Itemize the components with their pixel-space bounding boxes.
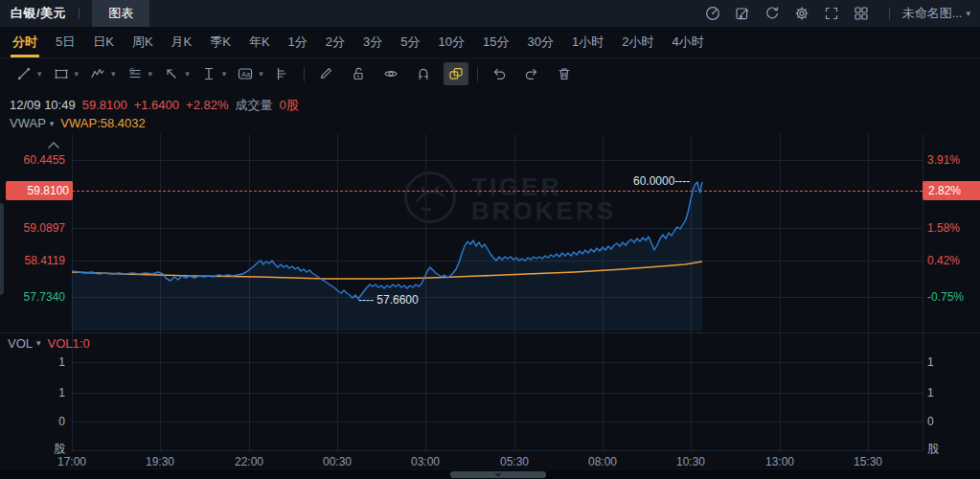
undo-button[interactable] bbox=[487, 62, 512, 85]
magnet-icon[interactable] bbox=[411, 62, 436, 85]
timeframe-季K[interactable]: 季K bbox=[210, 27, 231, 57]
trend-line-tool[interactable] bbox=[11, 62, 36, 85]
vol-label[interactable]: VOL bbox=[8, 336, 33, 351]
timeframe-年K[interactable]: 年K bbox=[249, 27, 270, 57]
time-axis-label: 17:00 bbox=[57, 455, 86, 468]
grid-line-horizontal bbox=[72, 297, 923, 298]
timeframe-日K[interactable]: 日K bbox=[93, 27, 114, 57]
measure-tool[interactable] bbox=[196, 62, 221, 85]
fullscreen-icon[interactable] bbox=[817, 0, 847, 27]
svg-text:Aa: Aa bbox=[241, 70, 251, 79]
grid-line-horizontal bbox=[72, 450, 923, 451]
redo-button[interactable] bbox=[519, 62, 544, 85]
horizontal-scrollbar-track[interactable] bbox=[0, 470, 980, 479]
chevron-down-icon[interactable]: ▾ bbox=[148, 69, 153, 79]
timeframe-15分[interactable]: 15分 bbox=[483, 27, 509, 57]
timeframe-1小时[interactable]: 1小时 bbox=[572, 27, 604, 57]
time-axis-label: 10:30 bbox=[676, 455, 705, 468]
quote-change: +1.6400 bbox=[134, 98, 179, 112]
timeframe-分时[interactable]: 分时 bbox=[12, 27, 37, 57]
gann-lines-tool[interactable]: G bbox=[123, 62, 148, 85]
stats-tool[interactable] bbox=[270, 62, 295, 85]
divider bbox=[79, 8, 80, 19]
side-drawer-handle[interactable] bbox=[0, 203, 4, 295]
price-axis-label: 58.4119 bbox=[0, 254, 65, 267]
volume-axis-label: 1 bbox=[927, 355, 934, 369]
percent-axis-label: -0.75% bbox=[927, 290, 964, 304]
trash-button[interactable] bbox=[552, 62, 577, 85]
svg-text:G: G bbox=[129, 67, 134, 74]
quote-change-pct: +2.82% bbox=[186, 98, 228, 112]
grid-line-vertical bbox=[249, 134, 250, 450]
volume-unit-label: 股 bbox=[927, 442, 939, 455]
chevron-down-icon[interactable]: ▾ bbox=[259, 69, 263, 79]
percent-axis-label: 3.91% bbox=[927, 153, 960, 167]
draw-icon[interactable] bbox=[728, 0, 758, 27]
volume-unit-label: 股 bbox=[0, 442, 65, 455]
chevron-down-icon[interactable]: ▾ bbox=[185, 69, 190, 79]
percent-axis-label: 1.58% bbox=[927, 221, 960, 235]
timeframe-1分[interactable]: 1分 bbox=[288, 27, 308, 57]
drawing-toolbar: ▾ ▾ ▾ G ▾ ▾ ▾ Aa ▾ bbox=[0, 59, 980, 88]
layout-grid-icon[interactable] bbox=[847, 0, 877, 27]
grid-line-horizontal bbox=[72, 261, 923, 262]
tiger-logo-icon bbox=[402, 170, 458, 229]
symbol-title: 白银/美元 bbox=[11, 5, 66, 22]
refresh-icon[interactable] bbox=[758, 0, 787, 27]
eye-icon[interactable] bbox=[378, 62, 403, 85]
timeframe-4小时[interactable]: 4小时 bbox=[672, 27, 703, 57]
arrow-tool[interactable] bbox=[159, 62, 184, 85]
top-bar: 白银/美元 图表 未命名图... ▾ bbox=[0, 0, 980, 27]
timeframe-10分[interactable]: 10分 bbox=[439, 27, 465, 57]
grid-line-vertical bbox=[780, 134, 781, 450]
timeframe-bar: 分时5日日K周K月K季K年K1分2分3分5分10分15分30分1小时2小时4小时 bbox=[0, 27, 980, 58]
timeframe-5分[interactable]: 5分 bbox=[400, 27, 420, 57]
vwap-value: VWAP:58.4032 bbox=[60, 116, 145, 130]
current-price-badge: 59.8100 bbox=[6, 181, 73, 200]
quote-datetime: 12/09 10:49 bbox=[10, 98, 76, 112]
quote-line: 12/09 10:49 59.8100 +1.6400 +2.82% 成交量 0… bbox=[10, 97, 299, 113]
gauge-icon[interactable] bbox=[698, 0, 728, 27]
unlock-icon[interactable] bbox=[346, 62, 371, 85]
volume-axis-label: 0 bbox=[927, 415, 934, 428]
timeframe-3分[interactable]: 3分 bbox=[363, 27, 382, 57]
vol-value: VOL1:0 bbox=[48, 336, 90, 351]
timeframe-周K[interactable]: 周K bbox=[132, 27, 153, 57]
chevron-down-icon[interactable]: ▾ bbox=[111, 69, 116, 79]
text-tool[interactable]: Aa bbox=[233, 62, 258, 85]
pencil-tool[interactable] bbox=[313, 62, 338, 85]
link-drawings-toggle[interactable] bbox=[444, 62, 468, 85]
tab-chart[interactable]: 图表 bbox=[92, 0, 149, 27]
volume-axis-label: 0 bbox=[0, 415, 65, 428]
time-axis-label: 03:00 bbox=[411, 455, 440, 468]
chevron-down-icon[interactable]: ▾ bbox=[50, 119, 55, 128]
chevron-down-icon[interactable]: ▾ bbox=[222, 69, 227, 79]
divider bbox=[889, 8, 890, 19]
horizontal-scrollbar-thumb[interactable] bbox=[450, 471, 546, 478]
tab-chart-label: 图表 bbox=[108, 5, 133, 22]
chevron-down-icon[interactable]: ▾ bbox=[75, 69, 80, 79]
collapse-pane-chevron-icon[interactable] bbox=[47, 136, 60, 153]
rectangle-tool[interactable] bbox=[49, 62, 74, 85]
timeframe-2分[interactable]: 2分 bbox=[326, 27, 345, 57]
timeframe-30分[interactable]: 30分 bbox=[527, 27, 553, 57]
volume-axis-label: 1 bbox=[0, 355, 65, 369]
settings-icon[interactable] bbox=[787, 0, 817, 27]
price-axis-label: 60.4455 bbox=[0, 153, 65, 167]
time-axis-label: 05:30 bbox=[500, 455, 529, 468]
chevron-down-icon: ▾ bbox=[966, 9, 970, 18]
time-axis-label: 15:30 bbox=[854, 455, 882, 468]
time-axis-label: 13:00 bbox=[765, 455, 794, 468]
time-axis-label: 19:30 bbox=[146, 455, 174, 468]
chevron-down-icon[interactable]: ▾ bbox=[36, 338, 41, 348]
divider bbox=[477, 67, 478, 81]
current-change-badge: 2.82% bbox=[923, 181, 980, 200]
timeframe-5日[interactable]: 5日 bbox=[56, 27, 75, 57]
chart-name-dropdown[interactable]: 未命名图... bbox=[902, 5, 963, 22]
wave-tool[interactable] bbox=[85, 62, 110, 85]
chevron-down-icon[interactable]: ▾ bbox=[37, 69, 42, 79]
vwap-label[interactable]: VWAP bbox=[10, 116, 46, 130]
timeframe-月K[interactable]: 月K bbox=[171, 27, 193, 57]
volume-axis-label: 1 bbox=[927, 386, 934, 399]
timeframe-2小时[interactable]: 2小时 bbox=[622, 27, 653, 57]
